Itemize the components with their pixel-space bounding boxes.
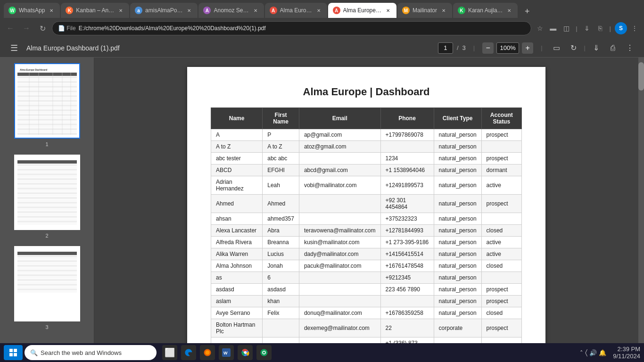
scroll-handle[interactable] (638, 62, 644, 90)
tab-amisalma[interactable]: a amisAlmaPo… ✕ (130, 3, 198, 18)
table-cell: natural_person (434, 141, 481, 153)
start-button[interactable] (4, 345, 23, 360)
svg-rect-47 (17, 190, 77, 192)
pdf-print-button[interactable]: ⎙ (606, 41, 619, 55)
tab-anomoz[interactable]: A Anomoz Se… ✕ (198, 3, 264, 18)
svg-rect-69 (17, 267, 77, 269)
table-cell (299, 296, 380, 307)
tab-close-alma1[interactable]: ✕ (315, 7, 322, 14)
taskbar-chrome2-icon[interactable] (256, 345, 272, 360)
taskbar-edge-icon[interactable] (181, 345, 196, 360)
svg-rect-39 (17, 171, 77, 173)
table-cell: closed (481, 225, 521, 237)
download-icon[interactable]: ⇓ (581, 23, 593, 34)
svg-rect-8 (17, 86, 77, 88)
table-cell: khan (263, 296, 299, 307)
table-cell: Abra (263, 225, 299, 237)
table-cell: +1 273-395-9186 (380, 237, 434, 248)
col-header-firstname: FirstName (263, 108, 299, 129)
forward-button[interactable]: → (20, 22, 33, 35)
tab-close-kanban[interactable]: ✕ (117, 7, 124, 14)
pdf-zoom-in-button[interactable]: + (522, 42, 533, 54)
back-button[interactable]: ← (4, 22, 17, 35)
taskbar-chrome-icon[interactable] (238, 345, 253, 360)
table-cell: donuq@mailinator.com (299, 307, 380, 319)
table-cell: Ahmed (211, 195, 263, 213)
pdf-download-button[interactable]: ⇓ (589, 41, 603, 55)
tray-network-icon[interactable]: 〈 (585, 348, 587, 357)
pdf-rotate-button[interactable]: ↻ (567, 41, 580, 55)
pdf-more-button[interactable]: ⋮ (623, 41, 636, 55)
pdf-page-nav: / 3 (438, 42, 466, 54)
browser-sync-icon[interactable]: ◫ (561, 23, 572, 34)
svg-rect-37 (17, 166, 77, 168)
tab-label-anomoz: Anomoz Se… (214, 7, 248, 14)
taskbar-firefox-icon[interactable] (200, 345, 215, 360)
thumbnail-page-3[interactable]: 3 (4, 246, 90, 330)
table-cell: prospect (481, 129, 521, 141)
tab-alma1[interactable]: A Alma Euro… ✕ (265, 3, 327, 18)
vertical-scrollbar[interactable] (638, 58, 644, 343)
taskbar-task-view[interactable]: ⬜ (162, 345, 177, 360)
thumbnail-image-3 (14, 246, 80, 321)
new-tab-button[interactable]: + (520, 5, 534, 18)
table-cell (299, 272, 380, 284)
table-cell: +1 (336) 873-3342 (380, 337, 434, 344)
svg-rect-28 (17, 133, 77, 135)
address-input[interactable]: 📄 File E:/chrome%20Downloads/Alma%20Euro… (52, 21, 531, 35)
profile-button[interactable]: S (615, 22, 627, 34)
tab-karan[interactable]: K Karan Aujla… ✕ (453, 3, 518, 18)
pdf-main-viewer[interactable]: Alma Europe | Dashboard Name FirstName E… (94, 58, 638, 343)
browser-cast-icon[interactable]: ⎘ (594, 23, 606, 34)
tab-whatsapp[interactable]: W WhatsApp ✕ (4, 3, 60, 18)
table-row: Alika WarrenLuciusdady@mailinator.com+14… (211, 248, 522, 260)
svg-rect-59 (17, 218, 77, 220)
pdf-zoom-out-button[interactable]: − (482, 42, 494, 54)
tab-close-mailinator[interactable]: ✕ (440, 7, 447, 14)
table-cell: corporate (434, 319, 481, 337)
table-cell: +1 1538964046 (380, 165, 434, 176)
table-cell: Jonah (263, 260, 299, 272)
svg-rect-5 (17, 79, 77, 81)
tab-mailinator[interactable]: M Mailinator ✕ (397, 3, 452, 18)
svg-rect-61 (17, 223, 77, 225)
tray-speaker-icon[interactable]: 🔊 (589, 349, 597, 356)
tray-arrow-icon[interactable]: ˄ (580, 349, 583, 356)
reload-button[interactable]: ↻ (36, 22, 49, 35)
tab-close-anomoz[interactable]: ✕ (252, 7, 259, 14)
table-cell: natural_person (434, 307, 481, 319)
tab-close-alma2[interactable]: ✕ (384, 7, 392, 14)
thumbnail-number-3: 3 (45, 324, 48, 330)
bookmark-icon[interactable]: ☆ (534, 23, 545, 34)
taskbar-search[interactable]: 🔍 Search the web and Windows (25, 345, 157, 360)
tab-alma2-active[interactable]: A Alma Europe… ✕ (328, 3, 396, 18)
thumbnail-page-1[interactable]: Alma Europe Dashboard (4, 63, 90, 147)
browser-menu-icon[interactable]: ⋮ (629, 23, 640, 34)
tab-close-karan[interactable]: ✕ (505, 7, 513, 14)
table-cell (299, 195, 380, 213)
svg-rect-63 (17, 252, 77, 255)
browser-extensions-icon[interactable]: ▬ (547, 23, 559, 34)
pdf-page-input[interactable] (438, 42, 453, 54)
table-cell: A (211, 129, 263, 141)
col-header-accountstatus: Account Status (481, 108, 521, 129)
pdf-menu-button[interactable]: ☰ (8, 41, 21, 55)
tab-close-whatsapp[interactable]: ✕ (48, 7, 55, 14)
pdf-fit-page-button[interactable]: ▭ (550, 41, 563, 55)
svg-rect-79 (17, 291, 77, 293)
tab-kanban[interactable]: K Kanban – An… ✕ (61, 3, 129, 18)
taskbar-clock[interactable]: 2:39 PM 9/11/2024 (613, 346, 640, 360)
table-cell: +14156415514 (380, 248, 434, 260)
svg-rect-52 (17, 202, 77, 204)
thumbnail-image-1: Alma Europe Dashboard (14, 63, 80, 139)
pdf-page-content: Alma Europe | Dashboard Name FirstName E… (187, 67, 545, 343)
taskbar-word-icon[interactable]: W (219, 345, 234, 360)
tab-bar: W WhatsApp ✕ K Kanban – An… ✕ a amisAlma… (0, 0, 644, 18)
table-cell: Alexa Lancaster (211, 225, 263, 237)
tray-notification-icon[interactable]: 🔔 (599, 349, 606, 356)
svg-rect-78 (17, 288, 77, 290)
table-cell: atoz@gmail.com (299, 141, 380, 153)
table-cell: natural_person (434, 195, 481, 213)
tab-close-amisalma[interactable]: ✕ (185, 7, 193, 14)
thumbnail-page-2[interactable]: 2 (4, 155, 90, 239)
